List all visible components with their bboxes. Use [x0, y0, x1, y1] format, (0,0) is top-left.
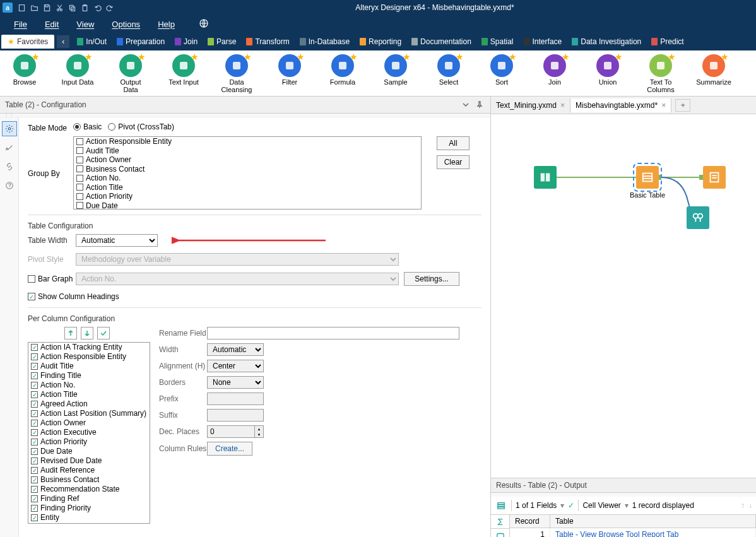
category-datainvestigation[interactable]: Data Investigation — [567, 35, 646, 49]
col-borders-select[interactable]: None — [207, 376, 264, 389]
tool-datacleansing[interactable]: ★Data Cleansing — [218, 54, 255, 93]
close-icon[interactable]: × — [661, 101, 666, 110]
group-by-listbox[interactable]: Action Responsible EntityAudit TitleActi… — [73, 136, 422, 209]
tool-texttocolumns[interactable]: ★Text To Columns — [642, 54, 679, 93]
list-item[interactable]: Action Responsible Entity — [28, 352, 150, 362]
down-arrow-icon[interactable]: ↓ — [748, 501, 752, 510]
menu-view[interactable]: View — [68, 17, 103, 32]
list-item[interactable]: Action Executive — [28, 428, 150, 437]
globe-icon[interactable] — [190, 16, 218, 33]
list-item[interactable]: Action Last Position (Summary) — [28, 409, 150, 418]
list-item[interactable]: Action Title — [74, 183, 421, 192]
list-item[interactable]: Finding Title — [28, 371, 150, 381]
tool-union[interactable]: ★Union — [589, 54, 626, 93]
category-predict[interactable]: Predict — [646, 35, 688, 49]
check-icon[interactable]: ✓ — [568, 501, 574, 510]
add-tab-button[interactable]: + — [675, 99, 690, 112]
tool-join[interactable]: ★Join — [536, 54, 573, 93]
paste-icon[interactable] — [78, 1, 91, 14]
settings-button[interactable]: Settings... — [404, 272, 459, 286]
create-rules-button[interactable]: Create... — [207, 442, 252, 456]
list-item[interactable]: Action Priority — [28, 437, 150, 447]
save-icon[interactable] — [40, 1, 53, 14]
list-item[interactable]: Action Owner — [28, 418, 150, 428]
undo-icon[interactable] — [91, 1, 103, 14]
col-table[interactable]: Table — [550, 515, 756, 528]
table-width-select[interactable]: Automatic — [76, 234, 158, 247]
prefix-input[interactable] — [207, 392, 264, 405]
close-icon[interactable]: × — [560, 101, 565, 110]
list-item[interactable]: Recommendation State — [28, 485, 150, 494]
bar-graph-checkbox[interactable] — [28, 275, 35, 283]
results-view-icon[interactable] — [495, 499, 507, 512]
move-down-button[interactable] — [81, 327, 93, 339]
list-item[interactable]: Audit Reference — [28, 466, 150, 475]
category-scroll-left[interactable]: ‹ — [57, 35, 69, 48]
config-tab-help[interactable] — [2, 178, 17, 193]
tool-filter[interactable]: ★Filter — [271, 54, 308, 93]
list-item[interactable]: Due Date — [28, 447, 150, 456]
category-reporting[interactable]: Reporting — [355, 35, 406, 49]
radio-pivot[interactable]: Pivot (CrossTab) — [108, 122, 174, 131]
tool-browse[interactable]: ★Browse — [6, 54, 43, 93]
category-inout[interactable]: In/Out — [72, 35, 112, 49]
category-indatabase[interactable]: In-Database — [295, 35, 355, 49]
list-item[interactable]: Action Title — [28, 390, 150, 399]
new-icon[interactable] — [15, 1, 28, 14]
show-headings-checkbox[interactable] — [28, 293, 35, 300]
radio-basic[interactable]: Basic — [73, 122, 102, 131]
list-item[interactable]: Action IA Tracking Entity — [28, 343, 150, 352]
clear-button[interactable]: Clear — [437, 155, 470, 169]
category-interface[interactable]: Interface — [519, 35, 567, 49]
copy-icon[interactable] — [66, 1, 78, 14]
list-item[interactable]: Action Responsible Entity — [74, 137, 421, 146]
category-spatial[interactable]: Spatial — [476, 35, 519, 49]
category-preparation[interactable]: Preparation — [112, 35, 170, 49]
list-item[interactable]: Business Contact — [28, 475, 150, 485]
cut-icon[interactable] — [53, 1, 66, 14]
node-input[interactable] — [534, 166, 557, 189]
list-item[interactable]: Revised Due Date — [28, 456, 150, 466]
suffix-input[interactable] — [207, 409, 264, 422]
menu-edit[interactable]: Edit — [36, 17, 68, 32]
menu-file[interactable]: File — [5, 17, 36, 32]
col-align-select[interactable]: Center — [207, 360, 264, 372]
sigma-icon[interactable] — [491, 515, 509, 529]
cell-viewer-label[interactable]: Cell Viewer — [582, 501, 620, 510]
list-item[interactable]: Action No. — [28, 381, 150, 390]
list-item[interactable]: Agreed Action — [28, 399, 150, 409]
tool-textinput[interactable]: ★Text Input — [165, 54, 202, 93]
tool-select[interactable]: ★Select — [430, 54, 467, 93]
col-width-select[interactable]: Automatic — [207, 343, 264, 356]
pin-icon[interactable] — [474, 99, 485, 110]
tool-summarize[interactable]: ★Summarize — [695, 54, 732, 93]
tool-formula[interactable]: ★Formula — [324, 54, 361, 93]
move-up-button[interactable] — [64, 327, 77, 339]
list-item[interactable]: Business Contact — [74, 165, 421, 174]
rename-input[interactable] — [207, 327, 459, 339]
redo-icon[interactable] — [103, 1, 116, 14]
open-icon[interactable] — [28, 1, 40, 14]
config-tab-annotation[interactable] — [2, 140, 17, 155]
list-item[interactable]: Action Priority — [74, 192, 421, 201]
list-item[interactable]: Action No. — [74, 174, 421, 183]
category-parse[interactable]: Parse — [203, 35, 241, 49]
tab-misbehaving[interactable]: Misbehavingtable.yxmd* × — [570, 98, 671, 112]
config-tab-link[interactable] — [2, 159, 17, 174]
tab-text-mining[interactable]: Text_Mining.yxmd × — [491, 98, 570, 112]
tool-outputdata[interactable]: ★Output Data — [112, 54, 149, 93]
list-item[interactable]: Action Owner — [74, 155, 421, 165]
column-listbox[interactable]: Action IA Tracking EntityAction Responsi… — [28, 342, 150, 524]
row-icon[interactable] — [491, 529, 509, 537]
list-item[interactable]: Entity — [28, 513, 150, 522]
menu-options[interactable]: Options — [103, 17, 149, 32]
up-arrow-icon[interactable]: ↑ — [741, 501, 745, 510]
node-browse[interactable] — [687, 206, 709, 229]
check-button[interactable] — [97, 327, 110, 339]
category-documentation[interactable]: Documentation — [406, 35, 476, 49]
cell-table-link[interactable]: Table - View Browse Tool Report Tab — [550, 528, 756, 537]
dec-spinner[interactable]: ▲▼ — [255, 425, 264, 438]
node-basic-table[interactable] — [636, 166, 659, 189]
tool-inputdata[interactable]: ★Input Data — [59, 54, 96, 93]
dec-input[interactable] — [207, 425, 255, 438]
